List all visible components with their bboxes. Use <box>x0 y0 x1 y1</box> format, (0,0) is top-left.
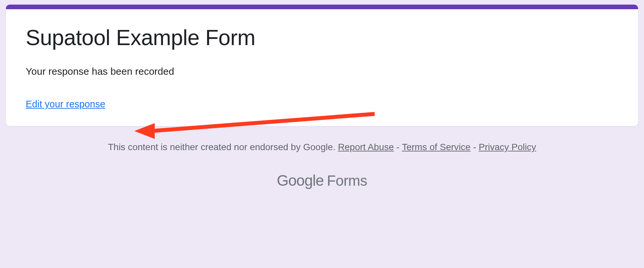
form-footer: This content is neither created nor endo… <box>6 142 638 189</box>
svg-marker-2 <box>134 123 155 139</box>
forms-logo-text: Forms <box>327 173 367 189</box>
report-abuse-link[interactable]: Report Abuse <box>338 142 394 152</box>
privacy-policy-link[interactable]: Privacy Policy <box>479 142 536 152</box>
google-forms-logo[interactable]: Google Forms <box>277 172 367 189</box>
separator: - <box>470 142 479 152</box>
form-title: Supatool Example Form <box>26 25 618 50</box>
svg-line-1 <box>151 114 375 131</box>
google-logo-text: Google <box>277 172 324 189</box>
form-confirmation-card: Supatool Example Form Your response has … <box>6 5 638 126</box>
confirmation-message: Your response has been recorded <box>26 66 618 77</box>
disclaimer-text: This content is neither created nor endo… <box>6 142 638 152</box>
separator: - <box>394 142 402 152</box>
edit-response-link[interactable]: Edit your response <box>26 99 105 110</box>
disclaimer-prefix: This content is neither created nor endo… <box>108 142 338 152</box>
terms-of-service-link[interactable]: Terms of Service <box>402 142 471 152</box>
annotation-arrow-icon <box>134 107 378 140</box>
